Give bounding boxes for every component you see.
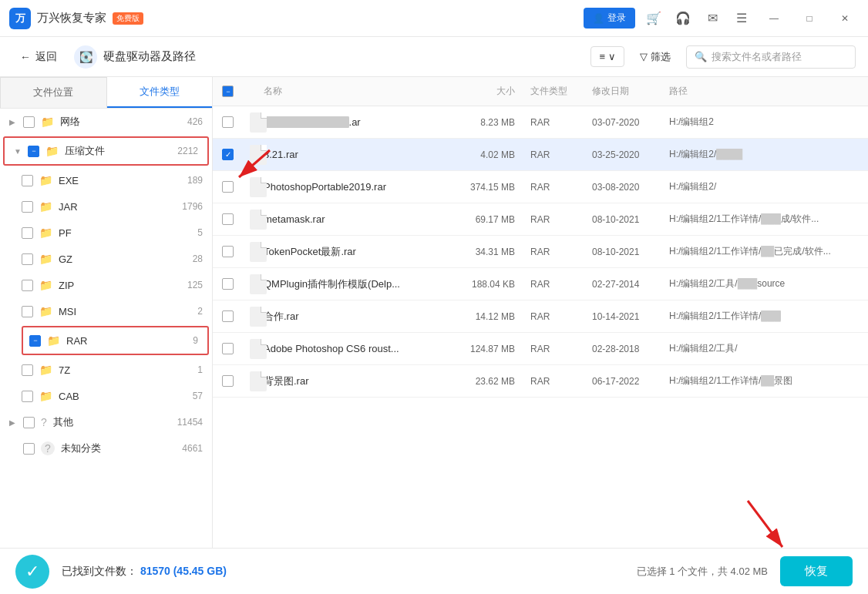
checkbox-7z[interactable] [22,364,33,376]
checkbox-jar[interactable] [22,201,33,213]
sidebar-item-rar[interactable]: － 📁 RAR 9 [23,327,207,354]
folder-icon-gz: 📁 [39,253,52,265]
row6-size: 188.04 KB [453,279,530,290]
header-path: 路径 [669,85,859,98]
item-label-network: 网络 [60,115,184,129]
table-row[interactable]: TokenPocket最新.rar 34.31 MB RAR 08-10-202… [213,236,868,268]
item-count-7z: 1 [197,364,206,375]
table-row[interactable]: metamask.rar 69.17 MB RAR 08-10-2021 H:/… [213,203,868,236]
row1-type: RAR [530,117,592,128]
toolbar-title: 硬盘驱动器及路径 [103,49,196,64]
sidebar-item-exe[interactable]: 📁 EXE 189 [0,167,212,193]
row5-size: 34.31 MB [453,247,530,257]
check-circle: ✓ [15,555,49,589]
item-count-jar: 1796 [182,201,206,212]
table-row[interactable]: 背景图.rar 23.62 MB RAR 06-17-2022 H:/编辑组2/… [213,365,868,398]
item-count-msi: 2 [197,306,206,317]
mail-icon[interactable]: ✉ [701,8,723,29]
titlebar-left: 万 万兴恢复专家 免费版 [9,8,143,29]
unknown-icon: ? [41,441,55,455]
row3-path: H:/编辑组2/ [669,180,859,193]
cart-icon[interactable]: 🛒 [643,8,664,29]
table-row[interactable]: 合作.rar 14.12 MB RAR 10-14-2021 H:/编辑组2/1… [213,300,868,333]
close-button[interactable]: ✕ [831,8,859,29]
row4-date: 08-10-2021 [592,214,669,225]
sort-button[interactable]: ≡ ∨ [590,46,624,67]
sort-dropdown-icon: ∨ [608,51,616,62]
checkbox-exe[interactable] [22,175,33,186]
checkbox-msi[interactable] [22,306,33,317]
login-button[interactable]: 👤 登录 [584,8,635,29]
row2-date: 03-25-2020 [592,149,669,160]
table-row[interactable]: ████████████.ar 8.23 MB RAR 03-07-2020 H… [213,106,868,139]
sidebar-tabs: 文件位置 文件类型 [0,77,212,109]
header-checkbox[interactable]: － [222,86,234,97]
sidebar-item-msi[interactable]: 📁 MSI 2 [0,298,212,324]
row4-checkbox[interactable] [222,213,234,225]
sidebar-item-gz[interactable]: 📁 GZ 28 [0,246,212,272]
file-icon [250,339,267,359]
filter-icon: ▽ [640,51,648,62]
header-date: 修改日期 [592,85,669,98]
row6-checkbox[interactable] [222,278,234,290]
sidebar-item-cab[interactable]: 📁 CAB 57 [0,383,212,409]
checkbox-rar[interactable]: － [29,335,41,347]
sidebar-item-jar[interactable]: 📁 JAR 1796 [0,193,212,220]
minus-icon: － [224,86,232,97]
sidebar-item-other[interactable]: ▶ ? 其他 11454 [0,409,212,435]
tab-type-label: 文件类型 [140,86,180,97]
sidebar-item-compressed[interactable]: ▼ － 📁 压缩文件 2212 [5,138,207,164]
tab-file-location[interactable]: 文件位置 [0,77,107,108]
checkbox-zip[interactable] [22,280,33,291]
back-button[interactable]: ← 返回 [12,45,65,69]
minimize-button[interactable]: — [760,8,788,29]
table-row[interactable]: ✓ 3.21.rar 4.02 MB RAR 03-25-2020 H:/编辑组… [213,139,868,171]
expand-icon-other: ▶ [9,418,20,427]
sidebar-item-7z[interactable]: 📁 7Z 1 [0,357,212,383]
item-count-unknown: 4661 [182,443,206,454]
row6-name: QMPlugin插件制作模版(Delp... [264,277,453,291]
recover-button[interactable]: 恢复 [780,556,853,586]
row2-checkbox[interactable]: ✓ [222,149,234,160]
sidebar: 文件位置 文件类型 ▶ 📁 网络 426 ▼ － 📁 [0,77,213,548]
sidebar-item-network[interactable]: ▶ 📁 网络 426 [0,109,212,135]
search-icon: 🔍 [695,51,707,62]
row5-type: RAR [530,247,592,257]
item-count-rar: 9 [193,335,201,346]
file-icon [250,177,267,197]
row3-checkbox[interactable] [222,181,234,193]
row1-checkbox[interactable] [222,116,234,128]
table-row[interactable]: Adobe Photoshop CS6 roust... 124.87 MB R… [213,333,868,365]
tab-file-type[interactable]: 文件类型 [107,77,213,108]
headset-icon[interactable]: 🎧 [672,8,694,29]
row9-path: H:/编辑组2/1工作详情/██景图 [669,374,859,388]
titlebar: 万 万兴恢复专家 免费版 👤 登录 🛒 🎧 ✉ ☰ — □ ✕ [0,0,868,37]
search-box[interactable]: 🔍 搜索文件名或者路径 [686,45,856,69]
table-row[interactable]: PhotoshopPortable2019.rar 374.15 MB RAR … [213,171,868,203]
row7-size: 14.12 MB [453,311,530,322]
row4-size: 69.17 MB [453,214,530,225]
menu-icon[interactable]: ☰ [731,8,752,29]
checkbox-compressed[interactable]: － [28,146,39,157]
checkbox-cab[interactable] [22,391,33,402]
row7-checkbox[interactable] [222,310,234,322]
app-name: 万兴恢复专家 [37,11,106,25]
sidebar-item-unknown[interactable]: ? 未知分类 4661 [0,435,212,461]
row5-checkbox[interactable] [222,246,234,257]
row9-checkbox[interactable] [222,375,234,387]
checkbox-other[interactable] [23,417,35,428]
checkbox-gz[interactable] [22,253,33,265]
table-row[interactable]: QMPlugin插件制作模版(Delp... 188.04 KB RAR 02-… [213,268,868,300]
bottom-right: 已选择 1 个文件，共 4.02 MB 恢复 [637,556,853,586]
row1-path: H:/编辑组2 [669,116,859,129]
sidebar-item-pf[interactable]: 📁 PF 5 [0,220,212,246]
row8-checkbox[interactable] [222,343,234,354]
checkbox-network[interactable] [23,116,35,128]
sidebar-item-zip[interactable]: 📁 ZIP 125 [0,272,212,298]
hdd-icon: 💽 [74,45,97,69]
filter-button[interactable]: ▽ 筛选 [634,46,677,68]
maximize-button[interactable]: □ [796,8,823,29]
checkbox-unknown[interactable] [23,443,35,455]
checkbox-pf[interactable] [22,227,33,239]
row2-name: 3.21.rar [264,149,453,160]
